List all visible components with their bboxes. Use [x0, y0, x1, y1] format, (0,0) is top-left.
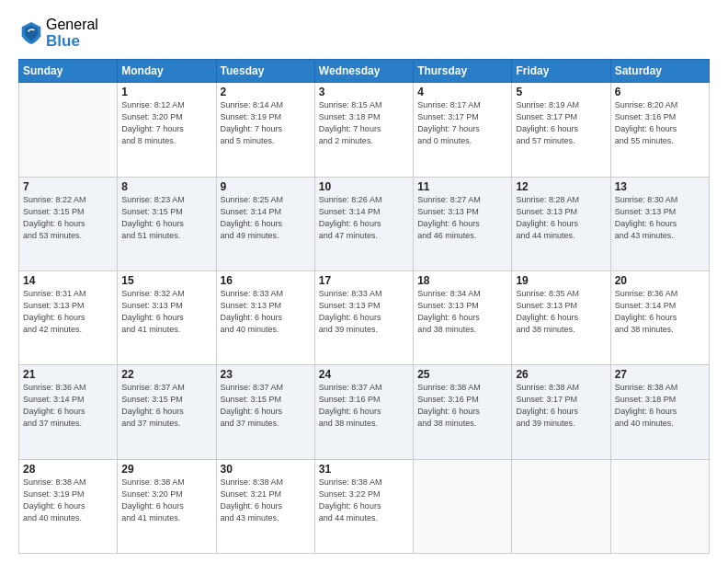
day-number: 13	[615, 180, 705, 193]
table-row: 16Sunrise: 8:33 AM Sunset: 3:13 PM Dayli…	[216, 270, 314, 364]
day-info: Sunrise: 8:31 AM Sunset: 3:13 PM Dayligh…	[23, 288, 113, 336]
day-info: Sunrise: 8:36 AM Sunset: 3:14 PM Dayligh…	[615, 288, 705, 336]
day-number: 7	[23, 180, 113, 193]
table-row: 6Sunrise: 8:20 AM Sunset: 3:16 PM Daylig…	[610, 83, 709, 177]
day-number: 6	[615, 86, 705, 98]
table-row: 23Sunrise: 8:37 AM Sunset: 3:15 PM Dayli…	[216, 365, 314, 459]
day-number: 28	[23, 463, 113, 476]
day-info: Sunrise: 8:14 AM Sunset: 3:19 PM Dayligh…	[221, 99, 311, 147]
table-row: 11Sunrise: 8:27 AM Sunset: 3:13 PM Dayli…	[414, 177, 512, 270]
day-number: 2	[221, 86, 311, 98]
table-row: 17Sunrise: 8:33 AM Sunset: 3:13 PM Dayli…	[314, 270, 413, 364]
day-info: Sunrise: 8:26 AM Sunset: 3:14 PM Dayligh…	[319, 194, 409, 242]
day-number: 30	[221, 463, 311, 476]
table-row: 28Sunrise: 8:38 AM Sunset: 3:19 PM Dayli…	[19, 459, 118, 553]
col-sunday: Sunday	[19, 60, 118, 83]
day-info: Sunrise: 8:17 AM Sunset: 3:17 PM Dayligh…	[417, 99, 507, 147]
col-monday: Monday	[118, 60, 216, 83]
calendar-week-row: 1Sunrise: 8:12 AM Sunset: 3:20 PM Daylig…	[19, 83, 710, 177]
day-info: Sunrise: 8:38 AM Sunset: 3:19 PM Dayligh…	[23, 477, 113, 524]
day-number: 12	[516, 180, 606, 193]
table-row: 1Sunrise: 8:12 AM Sunset: 3:20 PM Daylig…	[118, 83, 216, 177]
table-row: 25Sunrise: 8:38 AM Sunset: 3:16 PM Dayli…	[414, 365, 512, 459]
table-row	[512, 459, 610, 553]
day-number: 19	[516, 274, 606, 287]
day-info: Sunrise: 8:25 AM Sunset: 3:14 PM Dayligh…	[221, 194, 311, 242]
day-info: Sunrise: 8:22 AM Sunset: 3:15 PM Dayligh…	[23, 194, 113, 242]
table-row: 13Sunrise: 8:30 AM Sunset: 3:13 PM Dayli…	[610, 177, 709, 270]
table-row: 9Sunrise: 8:25 AM Sunset: 3:14 PM Daylig…	[216, 177, 314, 270]
day-info: Sunrise: 8:37 AM Sunset: 3:16 PM Dayligh…	[319, 382, 409, 430]
table-row: 4Sunrise: 8:17 AM Sunset: 3:17 PM Daylig…	[414, 83, 512, 177]
day-number: 10	[319, 180, 409, 193]
col-friday: Friday	[512, 60, 610, 83]
table-row: 26Sunrise: 8:38 AM Sunset: 3:17 PM Dayli…	[512, 365, 610, 459]
table-row: 20Sunrise: 8:36 AM Sunset: 3:14 PM Dayli…	[610, 270, 709, 364]
day-number: 31	[319, 463, 409, 476]
logo-icon	[20, 20, 42, 46]
day-info: Sunrise: 8:38 AM Sunset: 3:21 PM Dayligh…	[221, 477, 311, 524]
day-info: Sunrise: 8:38 AM Sunset: 3:16 PM Dayligh…	[417, 382, 507, 430]
day-info: Sunrise: 8:28 AM Sunset: 3:13 PM Dayligh…	[516, 194, 606, 242]
table-row: 12Sunrise: 8:28 AM Sunset: 3:13 PM Dayli…	[512, 177, 610, 270]
table-row: 5Sunrise: 8:19 AM Sunset: 3:17 PM Daylig…	[512, 83, 610, 177]
table-row	[610, 459, 709, 553]
day-number: 20	[615, 274, 705, 287]
calendar-week-row: 21Sunrise: 8:36 AM Sunset: 3:14 PM Dayli…	[19, 365, 710, 459]
day-info: Sunrise: 8:33 AM Sunset: 3:13 PM Dayligh…	[319, 288, 409, 336]
day-number: 27	[615, 368, 705, 381]
day-info: Sunrise: 8:38 AM Sunset: 3:17 PM Dayligh…	[516, 382, 606, 430]
day-number: 5	[516, 86, 606, 98]
day-info: Sunrise: 8:30 AM Sunset: 3:13 PM Dayligh…	[615, 194, 705, 242]
day-info: Sunrise: 8:38 AM Sunset: 3:22 PM Dayligh…	[319, 477, 409, 524]
day-info: Sunrise: 8:38 AM Sunset: 3:20 PM Dayligh…	[121, 477, 211, 524]
table-row: 27Sunrise: 8:38 AM Sunset: 3:18 PM Dayli…	[610, 365, 709, 459]
col-wednesday: Wednesday	[314, 60, 413, 83]
calendar-week-row: 28Sunrise: 8:38 AM Sunset: 3:19 PM Dayli…	[19, 459, 710, 553]
day-info: Sunrise: 8:19 AM Sunset: 3:17 PM Dayligh…	[516, 99, 606, 147]
day-number: 22	[121, 368, 211, 381]
day-number: 18	[417, 274, 507, 287]
day-number: 14	[23, 274, 113, 287]
day-info: Sunrise: 8:15 AM Sunset: 3:18 PM Dayligh…	[319, 99, 409, 147]
day-info: Sunrise: 8:27 AM Sunset: 3:13 PM Dayligh…	[417, 194, 507, 242]
day-info: Sunrise: 8:37 AM Sunset: 3:15 PM Dayligh…	[121, 382, 211, 430]
logo: General Blue	[18, 17, 98, 50]
day-number: 3	[319, 86, 409, 98]
day-info: Sunrise: 8:38 AM Sunset: 3:18 PM Dayligh…	[615, 382, 705, 430]
day-info: Sunrise: 8:33 AM Sunset: 3:13 PM Dayligh…	[221, 288, 311, 336]
col-saturday: Saturday	[610, 60, 709, 83]
calendar-week-row: 7Sunrise: 8:22 AM Sunset: 3:15 PM Daylig…	[19, 177, 710, 270]
day-number: 9	[221, 180, 311, 193]
day-number: 26	[516, 368, 606, 381]
table-row: 7Sunrise: 8:22 AM Sunset: 3:15 PM Daylig…	[19, 177, 118, 270]
table-row: 14Sunrise: 8:31 AM Sunset: 3:13 PM Dayli…	[19, 270, 118, 364]
table-row	[19, 83, 118, 177]
day-info: Sunrise: 8:12 AM Sunset: 3:20 PM Dayligh…	[121, 99, 211, 147]
day-info: Sunrise: 8:35 AM Sunset: 3:13 PM Dayligh…	[516, 288, 606, 336]
day-number: 17	[319, 274, 409, 287]
table-row: 10Sunrise: 8:26 AM Sunset: 3:14 PM Dayli…	[314, 177, 413, 270]
table-row: 30Sunrise: 8:38 AM Sunset: 3:21 PM Dayli…	[216, 459, 314, 553]
day-info: Sunrise: 8:32 AM Sunset: 3:13 PM Dayligh…	[121, 288, 211, 336]
day-number: 15	[121, 274, 211, 287]
logo-general: General	[46, 17, 98, 33]
logo-blue: Blue	[46, 33, 98, 51]
table-row: 3Sunrise: 8:15 AM Sunset: 3:18 PM Daylig…	[314, 83, 413, 177]
day-info: Sunrise: 8:20 AM Sunset: 3:16 PM Dayligh…	[615, 99, 705, 147]
table-row: 19Sunrise: 8:35 AM Sunset: 3:13 PM Dayli…	[512, 270, 610, 364]
day-info: Sunrise: 8:36 AM Sunset: 3:14 PM Dayligh…	[23, 382, 113, 430]
table-row: 22Sunrise: 8:37 AM Sunset: 3:15 PM Dayli…	[118, 365, 216, 459]
calendar-header-row: Sunday Monday Tuesday Wednesday Thursday…	[19, 60, 710, 83]
day-number: 4	[417, 86, 507, 98]
day-number: 11	[417, 180, 507, 193]
day-number: 16	[221, 274, 311, 287]
table-row	[414, 459, 512, 553]
day-number: 21	[23, 368, 113, 381]
table-row: 18Sunrise: 8:34 AM Sunset: 3:13 PM Dayli…	[414, 270, 512, 364]
day-number: 23	[221, 368, 311, 381]
col-thursday: Thursday	[414, 60, 512, 83]
day-number: 8	[121, 180, 211, 193]
day-info: Sunrise: 8:23 AM Sunset: 3:15 PM Dayligh…	[121, 194, 211, 242]
header: General Blue	[18, 17, 710, 50]
